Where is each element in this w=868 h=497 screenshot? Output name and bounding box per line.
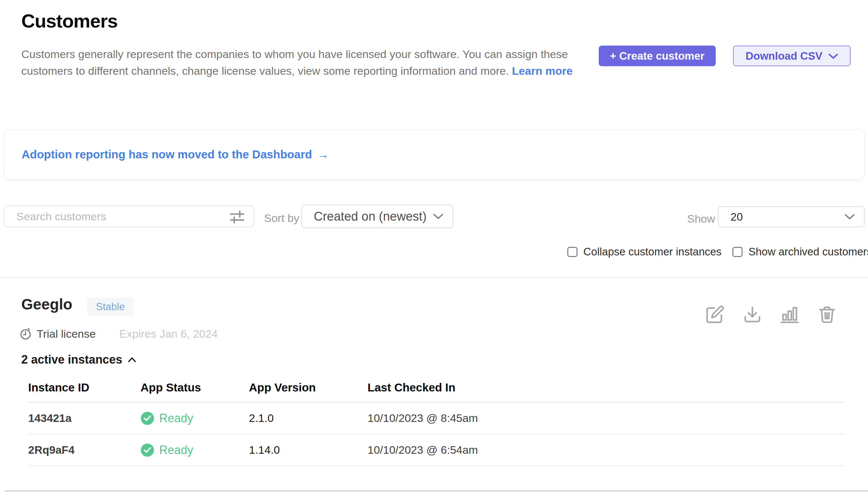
download-csv-label: Download CSV — [746, 50, 823, 62]
col-header-app-version: App Version — [249, 381, 368, 402]
edit-customer-button[interactable] — [705, 303, 725, 325]
download-icon — [743, 305, 762, 324]
customer-name[interactable]: Geeglo — [21, 295, 72, 313]
chevron-up-icon — [128, 357, 136, 363]
adoption-banner: Adoption reporting has now moved to the … — [4, 129, 865, 180]
show-archived-label: Show archived customers — [748, 245, 868, 258]
cell-instance-id: 143421a — [28, 412, 141, 425]
show-count-value: 20 — [731, 211, 743, 223]
table-row: 2Rq9aF4 Ready 1.14.0 10/10/2023 @ 6:54am — [28, 435, 844, 466]
status-label: Ready — [159, 443, 193, 457]
customer-actions — [705, 303, 837, 325]
instances-table-header: Instance ID App Status App Version Last … — [28, 381, 844, 402]
cell-app-status: Ready — [141, 443, 249, 457]
collapse-instances-checkbox[interactable] — [567, 247, 577, 257]
chevron-down-icon — [844, 213, 855, 220]
show-archived-checkbox[interactable] — [732, 247, 742, 257]
create-customer-button[interactable]: + Create customer — [599, 45, 716, 66]
active-instances-toggle[interactable]: 2 active instances — [21, 353, 136, 367]
table-row: 143421a Ready 2.1.0 10/10/2023 @ 8:45am — [28, 402, 844, 435]
show-archived-checkbox-group[interactable]: Show archived customers — [732, 245, 868, 258]
chevron-down-icon — [828, 53, 838, 59]
show-count-select[interactable]: 20 — [718, 206, 865, 227]
collapse-instances-checkbox-group[interactable]: Collapse customer instances — [567, 245, 722, 258]
download-csv-button[interactable]: Download CSV — [733, 45, 851, 66]
learn-more-link[interactable]: Learn more — [512, 65, 573, 77]
trash-icon — [818, 305, 837, 324]
clock-icon — [20, 327, 32, 340]
col-header-instance-id: Instance ID — [28, 381, 141, 402]
cell-app-version: 1.14.0 — [249, 443, 368, 456]
arrow-right-icon: → — [318, 148, 329, 161]
check-circle-icon — [141, 411, 154, 425]
license-type: Trial license — [37, 327, 95, 340]
active-instances-label: 2 active instances — [21, 353, 122, 367]
customer-card-bottom-divider — [4, 491, 868, 492]
page-description: Customers generally represent the compan… — [21, 46, 582, 79]
search-customers-wrap — [4, 205, 254, 227]
adoption-banner-text: Adoption reporting has now moved to the … — [21, 148, 312, 161]
show-label: Show — [687, 212, 715, 225]
sort-select[interactable]: Created on (newest) — [301, 204, 453, 228]
section-divider — [0, 277, 868, 278]
status-label: Ready — [159, 411, 193, 425]
license-row: Trial license Expires Jan 6, 2024 — [20, 327, 218, 340]
edit-icon — [706, 305, 724, 324]
cell-last-checked-in: 10/10/2023 @ 8:45am — [368, 412, 844, 425]
download-license-button[interactable] — [742, 303, 763, 325]
cell-app-status: Ready — [141, 411, 249, 425]
channel-badge: Stable — [87, 298, 134, 316]
customers-page: Customers Customers generally represent … — [0, 0, 868, 497]
adoption-banner-link[interactable]: Adoption reporting has now moved to the … — [21, 148, 329, 161]
bar-chart-icon — [780, 305, 799, 324]
col-header-last-checked-in: Last Checked In — [368, 381, 844, 402]
customer-reporting-button[interactable] — [780, 303, 800, 325]
page-title: Customers — [21, 10, 118, 32]
cell-last-checked-in: 10/10/2023 @ 6:54am — [368, 443, 844, 456]
collapse-instances-label: Collapse customer instances — [583, 245, 722, 258]
cell-app-version: 2.1.0 — [249, 412, 368, 425]
license-expiry: Expires Jan 6, 2024 — [119, 327, 218, 340]
sliders-filter-icon[interactable] — [229, 210, 245, 224]
chevron-down-icon — [433, 213, 443, 219]
instances-table: Instance ID App Status App Version Last … — [28, 381, 844, 466]
sort-select-value: Created on (newest) — [314, 210, 426, 224]
check-circle-icon — [141, 443, 154, 457]
cell-instance-id: 2Rq9aF4 — [28, 443, 141, 456]
col-header-app-status: App Status — [141, 381, 249, 402]
search-customers-input[interactable] — [4, 205, 254, 227]
sort-by-label: Sort by — [264, 212, 299, 225]
page-description-text: Customers generally represent the compan… — [21, 48, 568, 77]
delete-customer-button[interactable] — [817, 303, 837, 325]
